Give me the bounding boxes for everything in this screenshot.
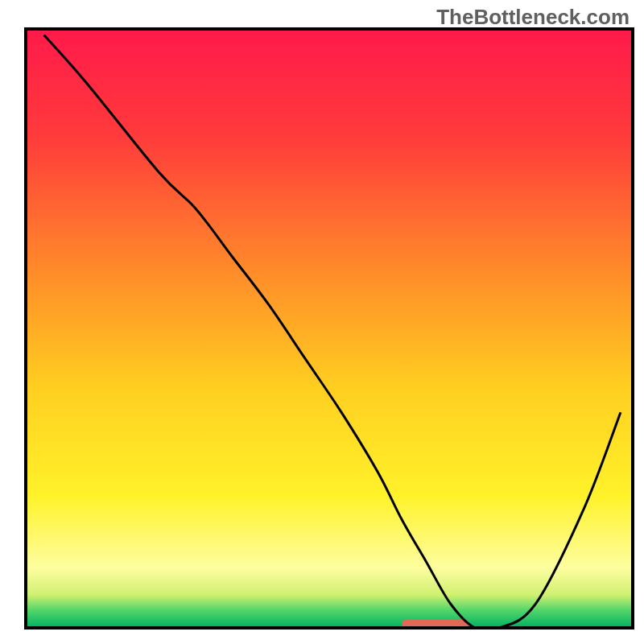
watermark-label: TheBottleneck.com [436, 5, 630, 30]
bottleneck-chart [0, 0, 644, 644]
